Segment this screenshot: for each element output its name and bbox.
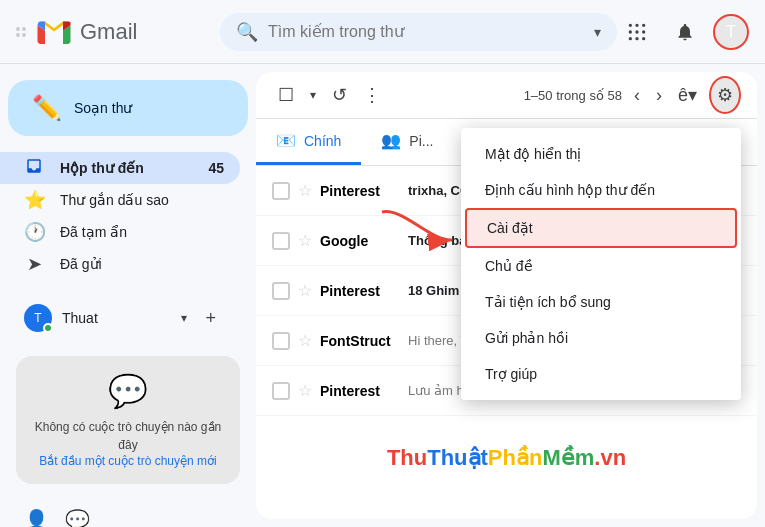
starred-icon: ⭐ xyxy=(24,189,44,211)
prev-page-button[interactable]: ‹ xyxy=(630,81,644,110)
sidebar-item-inbox[interactable]: Hộp thư đến 45 xyxy=(0,152,240,184)
sidebar-user[interactable]: T Thuat ▾ + xyxy=(0,296,240,340)
email-checkbox[interactable] xyxy=(272,382,290,400)
email-sender: FontStruct xyxy=(320,333,400,349)
star-icon[interactable]: ☆ xyxy=(298,331,312,350)
apps-button[interactable] xyxy=(617,12,657,52)
tab-social-label: Pi... xyxy=(409,133,433,149)
user-avatar: T xyxy=(24,304,52,332)
gmail-label: Gmail xyxy=(80,19,137,45)
sidebar-item-starred[interactable]: ⭐ Thư gắn dấu sao xyxy=(0,184,240,216)
snoozed-icon: 🕐 xyxy=(24,221,44,243)
select-checkbox-icon[interactable]: ☐ xyxy=(272,78,300,112)
add-account-icon[interactable]: + xyxy=(205,308,216,329)
tab-main-icon: 📧 xyxy=(276,131,296,150)
snoozed-label: Đã tạm ẩn xyxy=(60,224,224,240)
sidebar-item-sent[interactable]: ➤ Đã gửi xyxy=(0,248,240,280)
refresh-icon[interactable]: ↺ xyxy=(326,78,353,112)
search-bar: 🔍 ▾ xyxy=(220,13,617,51)
notifications-button[interactable] xyxy=(665,12,705,52)
dropdown-item-addons[interactable]: Tải tiện ích bổ sung xyxy=(461,284,741,320)
star-icon[interactable]: ☆ xyxy=(298,231,312,250)
tab-main[interactable]: 📧 Chính xyxy=(256,119,361,165)
header: Gmail 🔍 ▾ T xyxy=(0,0,765,64)
email-sender: Pinterest xyxy=(320,383,400,399)
compose-plus-icon: ✏️ xyxy=(32,96,62,120)
inbox-icon xyxy=(24,157,44,180)
more-options-icon[interactable]: ⋮ xyxy=(357,78,387,112)
star-icon[interactable]: ☆ xyxy=(298,281,312,300)
compose-label: Soạn thư xyxy=(74,100,132,116)
sent-icon: ➤ xyxy=(24,253,44,275)
chat-area: 💬 Không có cuộc trò chuyện nào gần đây B… xyxy=(16,356,240,484)
user-name: Thuat xyxy=(62,310,98,326)
user-status-indicator xyxy=(43,323,53,333)
star-icon[interactable]: ☆ xyxy=(298,181,312,200)
search-dropdown-icon[interactable]: ▾ xyxy=(594,24,601,40)
logo-dots xyxy=(16,27,26,37)
dropdown-item-theme[interactable]: Chủ đề xyxy=(461,248,741,284)
new-chat-link[interactable]: Bắt đầu một cuộc trò chuyện mới xyxy=(39,454,216,468)
star-icon[interactable]: ☆ xyxy=(298,381,312,400)
chat-icon[interactable]: 💬 xyxy=(65,508,90,527)
sidebar-item-snoozed[interactable]: 🕐 Đã tạm ẩn xyxy=(0,216,240,248)
user-chevron-icon: ▾ xyxy=(181,311,187,325)
dropdown-item-feedback[interactable]: Gửi phản hồi xyxy=(461,320,741,356)
bell-icon xyxy=(675,22,695,42)
tab-main-label: Chính xyxy=(304,133,341,149)
sidebar-bottom: 👤 💬 xyxy=(0,500,256,527)
search-input[interactable] xyxy=(268,23,584,41)
compose-button[interactable]: ✏️ Soạn thư xyxy=(8,80,248,136)
chat-empty-icon: 💬 xyxy=(108,372,148,410)
header-right: T xyxy=(617,12,749,52)
tab-social-icon: 👥 xyxy=(381,131,401,150)
tab-social[interactable]: 👥 Pi... xyxy=(361,119,453,165)
toolbar: ☐ ▾ ↺ ⋮ 1–50 trong số 58 ‹ › ê▾ ⚙ xyxy=(256,72,757,119)
email-checkbox[interactable] xyxy=(272,332,290,350)
dropdown-item-settings[interactable]: Cài đặt xyxy=(465,208,737,248)
search-icon: 🔍 xyxy=(236,21,258,43)
starred-label: Thư gắn dấu sao xyxy=(60,192,224,208)
next-page-button[interactable]: › xyxy=(652,81,666,110)
email-sender: Pinterest xyxy=(320,183,400,199)
dropdown-item-help[interactable]: Trợ giúp xyxy=(461,356,741,392)
email-sender: Pinterest xyxy=(320,283,400,299)
avatar[interactable]: T xyxy=(713,14,749,50)
dropdown-item-configure[interactable]: Định cấu hình hộp thư đến xyxy=(461,172,741,208)
email-checkbox[interactable] xyxy=(272,182,290,200)
email-sender: Google xyxy=(320,233,400,249)
settings-button[interactable]: ⚙ xyxy=(709,76,741,114)
inbox-label: Hộp thư đến xyxy=(60,160,192,176)
inbox-badge: 45 xyxy=(208,160,224,176)
dropdown-menu: Mật độ hiển thị Định cấu hình hộp thư đế… xyxy=(461,128,741,400)
contacts-icon[interactable]: 👤 xyxy=(24,508,49,527)
toolbar-count: 1–50 trong số 58 ‹ › ê▾ ⚙ xyxy=(524,76,741,114)
dropdown-item-density[interactable]: Mật độ hiển thị xyxy=(461,136,741,172)
logo: Gmail xyxy=(16,14,196,50)
content-area: ☐ ▾ ↺ ⋮ 1–50 trong số 58 ‹ › ê▾ ⚙ 📧 Chín… xyxy=(256,72,757,519)
sidebar: ✏️ Soạn thư Hộp thư đến 45 ⭐ Thư gắn dấu… xyxy=(0,64,256,527)
apps-icon xyxy=(627,22,647,42)
chat-empty-text: Không có cuộc trò chuyện nào gần đây xyxy=(32,418,224,454)
gmail-logo-icon xyxy=(36,14,72,50)
select-chevron-icon[interactable]: ▾ xyxy=(304,82,322,108)
count-text: 1–50 trong số 58 xyxy=(524,88,622,103)
main-layout: ✏️ Soạn thư Hộp thư đến 45 ⭐ Thư gắn dấu… xyxy=(0,64,765,527)
sent-label: Đã gửi xyxy=(60,256,224,272)
email-checkbox[interactable] xyxy=(272,282,290,300)
email-checkbox[interactable] xyxy=(272,232,290,250)
email-view-icon[interactable]: ê▾ xyxy=(674,80,701,110)
